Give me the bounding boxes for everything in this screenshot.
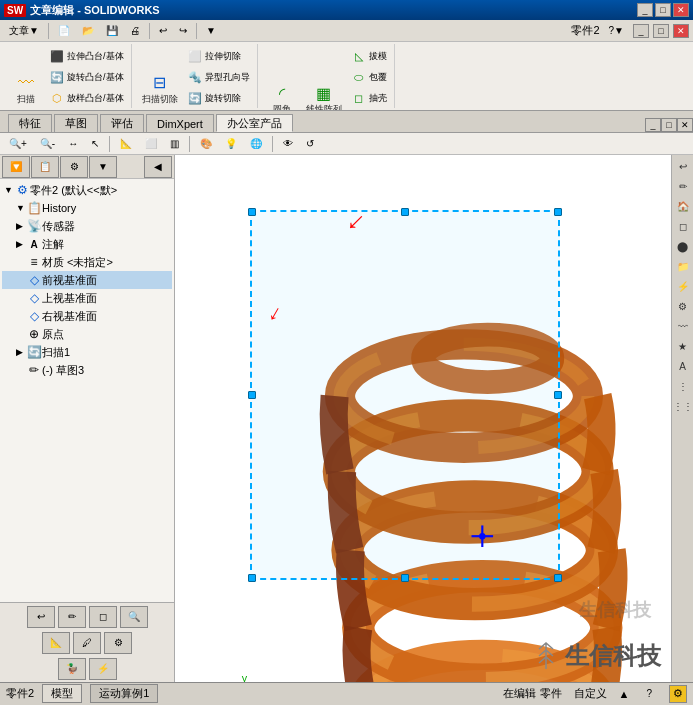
sb-btn7[interactable]: ⚙ [104, 632, 132, 654]
sb-duck-btn[interactable]: 🦆 [58, 658, 86, 680]
revolved-cut-btn[interactable]: 🔄 旋转切除 [184, 88, 253, 108]
status-gold-btn[interactable]: ⚙ [669, 685, 687, 703]
rp-text-btn[interactable]: A [674, 357, 692, 375]
sidebar-btn3[interactable]: ⚙ [60, 156, 88, 178]
boundary-cut-btn[interactable]: ⬢ 边界切除 [184, 109, 253, 110]
panel-minimize-btn[interactable]: _ [645, 118, 661, 132]
view-display-btn[interactable]: ⬜ [140, 136, 162, 151]
tree-sensors-item[interactable]: ▶ 📡 传感器 [2, 217, 172, 235]
view-rotate-btn[interactable]: ↺ [301, 136, 319, 151]
tab-sketch[interactable]: 草图 [54, 114, 98, 132]
qat-undo[interactable]: ↩ [154, 23, 172, 38]
part-label: 零件2 (默认<<默> [30, 183, 117, 198]
sb-btn3[interactable]: ◻ [89, 606, 117, 628]
tree-material-item[interactable]: ≡ 材质 <未指定> [2, 253, 172, 271]
viewport[interactable]: x y z ↓ ↓ 生信科技 [175, 155, 671, 682]
sidebar-btn4[interactable]: ▼ [89, 156, 117, 178]
select-btn[interactable]: ↖ [86, 136, 104, 151]
status-tab-model[interactable]: 模型 [42, 684, 82, 703]
win-close[interactable]: ✕ [673, 24, 689, 38]
sb-btn6[interactable]: 🖊 [73, 632, 101, 654]
qat-print[interactable]: 🖨 [125, 23, 145, 38]
draft-btn[interactable]: ◺ 拔模 [348, 46, 390, 66]
rp-star-btn[interactable]: ★ [674, 337, 692, 355]
rp-undo-btn[interactable]: ↩ [674, 157, 692, 175]
rp-settings-btn[interactable]: ⚙ [674, 297, 692, 315]
rp-grid-btn[interactable]: ⋮⋮ [674, 397, 692, 415]
qat-redo[interactable]: ↪ [174, 23, 192, 38]
title-bar: SW 文章编辑 - SOLIDWORKS _ □ ✕ [0, 0, 693, 20]
sb-btn4[interactable]: 🔍 [120, 606, 148, 628]
intersect-btn[interactable]: ⊕ 相交 [348, 109, 390, 110]
sb-btn1[interactable]: ↩ [27, 606, 55, 628]
tree-sweep1-item[interactable]: ▶ 🔄 扫描1 [2, 343, 172, 361]
wrap-btn[interactable]: ⬭ 包覆 [348, 67, 390, 87]
tab-evaluate[interactable]: 评估 [100, 114, 144, 132]
filter-btn[interactable]: 🔽 [2, 156, 30, 178]
qat-options[interactable]: ▼ [201, 23, 221, 38]
sep2 [189, 136, 190, 152]
status-help-btn[interactable]: ? [641, 686, 657, 701]
tree-history-item[interactable]: ▼ 📋 History [2, 199, 172, 217]
fillet-btn[interactable]: ◜ 圆角 [264, 78, 300, 110]
tree-part-node[interactable]: ▼ ⚙ 零件2 (默认<<默> [2, 181, 172, 199]
view-hide-btn[interactable]: 👁 [278, 136, 298, 151]
sb-extra-btn[interactable]: ⚡ [89, 658, 117, 680]
rp-view-btn[interactable]: ◻ [674, 217, 692, 235]
view-lights-btn[interactable]: 💡 [220, 136, 242, 151]
rp-curve-btn[interactable]: 〰 [674, 317, 692, 335]
minimize-button[interactable]: _ [637, 3, 653, 17]
rp-home-btn[interactable]: 🏠 [674, 197, 692, 215]
sb-btn5[interactable]: 📐 [42, 632, 70, 654]
zoom-fit-btn[interactable]: ↔ [63, 136, 83, 151]
panel-close-btn[interactable]: ✕ [677, 118, 693, 132]
extruded-cut-btn[interactable]: ⬜ 拉伸切除 [184, 46, 253, 66]
rp-dots-btn[interactable]: ⋮ [674, 377, 692, 395]
swept-cut-btn[interactable]: ⊟ 扫描切除 [138, 68, 182, 108]
panel-restore-btn[interactable]: □ [661, 118, 677, 132]
linear-pattern-btn[interactable]: ▦ 线性阵列 [302, 78, 346, 110]
zoom-out-btn[interactable]: 🔍- [35, 136, 60, 151]
extruded-boss-label: 拉伸凸台/基体 [67, 50, 124, 63]
tree-top-plane-item[interactable]: ◇ 上视基准面 [2, 289, 172, 307]
extruded-boss-btn[interactable]: ⬛ 拉伸凸台/基体 [46, 46, 127, 66]
hole-btn[interactable]: 🔩 异型孔向导 [184, 67, 253, 87]
qat-open[interactable]: 📂 [77, 23, 99, 38]
tree-sketch3-item[interactable]: ✏ (-) 草图3 [2, 361, 172, 379]
tree-right-plane-item[interactable]: ◇ 右视基准面 [2, 307, 172, 325]
view-scene-btn[interactable]: 🌐 [245, 136, 267, 151]
ribbon-row: 〰 扫描 ⬛ 拉伸凸台/基体 🔄 旋转凸台/基体 ⬡ 放样凸台/基体 [0, 42, 693, 110]
qat-save[interactable]: 💾 [101, 23, 123, 38]
zoom-in-btn[interactable]: 🔍+ [4, 136, 32, 151]
status-tab-motion[interactable]: 运动算例1 [90, 684, 158, 703]
sidebar-btn2[interactable]: 📋 [31, 156, 59, 178]
tree-annotations-item[interactable]: ▶ A 注解 [2, 235, 172, 253]
swept-boss-btn[interactable]: 〰 扫描 [8, 68, 44, 108]
shell-btn[interactable]: ◻ 抽壳 [348, 88, 390, 108]
view-orient-btn[interactable]: 📐 [115, 136, 137, 151]
sb-btn2[interactable]: ✏ [58, 606, 86, 628]
close-button[interactable]: ✕ [673, 3, 689, 17]
rp-light-btn[interactable]: ⚡ [674, 277, 692, 295]
win-min[interactable]: _ [633, 24, 649, 38]
tree-front-plane-item[interactable]: ◇ 前视基准面 [2, 271, 172, 289]
boundary-boss-btn[interactable]: ⬢ 边界凸台/基体 [46, 109, 127, 110]
sidebar-bottom-row2: 📐 🖊 ⚙ [42, 632, 132, 654]
tab-dimxpert[interactable]: DimXpert [146, 114, 214, 132]
rp-render-btn[interactable]: ⬤ [674, 237, 692, 255]
revolved-boss-btn[interactable]: 🔄 旋转凸台/基体 [46, 67, 127, 87]
maximize-button[interactable]: □ [655, 3, 671, 17]
view-sect-btn[interactable]: ▥ [165, 136, 184, 151]
tree-origin-item[interactable]: ⊕ 原点 [2, 325, 172, 343]
rp-edit-btn[interactable]: ✏ [674, 177, 692, 195]
view-color-btn[interactable]: 🎨 [195, 136, 217, 151]
help-btn[interactable]: ?▼ [604, 23, 629, 38]
rp-folder-btn[interactable]: 📁 [674, 257, 692, 275]
tab-features[interactable]: 特征 [8, 114, 52, 132]
tab-office[interactable]: 办公室产品 [216, 114, 293, 132]
sidebar-collapse-btn[interactable]: ◀ [144, 156, 172, 178]
loft-boss-btn[interactable]: ⬡ 放样凸台/基体 [46, 88, 127, 108]
menu-file[interactable]: 文章▼ [4, 22, 44, 40]
win-max[interactable]: □ [653, 24, 669, 38]
qat-new[interactable]: 📄 [53, 23, 75, 38]
